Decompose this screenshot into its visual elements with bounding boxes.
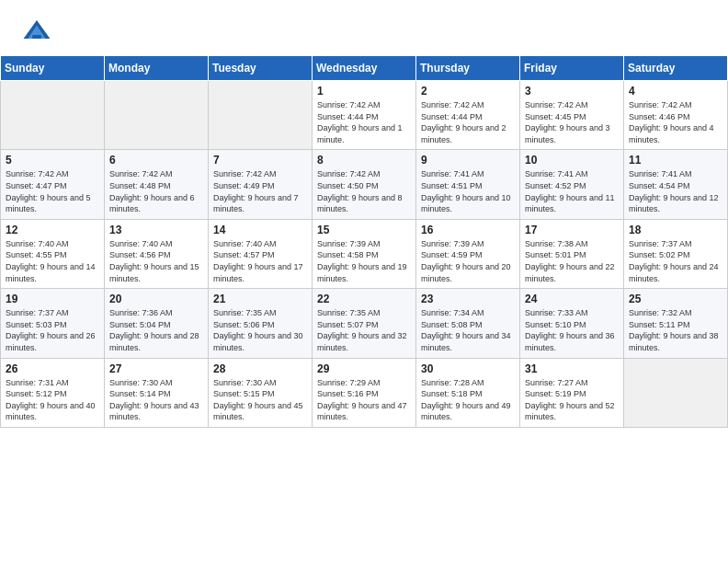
day-number: 18 [629,224,722,236]
calendar-day-23: 23Sunrise: 7:34 AM Sunset: 5:08 PM Dayli… [416,289,520,358]
calendar-empty-cell [209,81,313,150]
calendar-empty-cell [105,81,209,150]
day-info: Sunrise: 7:37 AM Sunset: 5:02 PM Dayligh… [629,238,722,284]
calendar-day-22: 22Sunrise: 7:35 AM Sunset: 5:07 PM Dayli… [313,289,416,358]
day-info: Sunrise: 7:40 AM Sunset: 4:57 PM Dayligh… [213,238,307,284]
day-info: Sunrise: 7:42 AM Sunset: 4:47 PM Dayligh… [6,168,99,214]
day-info: Sunrise: 7:40 AM Sunset: 4:55 PM Dayligh… [6,238,99,284]
calendar-day-27: 27Sunrise: 7:30 AM Sunset: 5:14 PM Dayli… [105,358,209,427]
calendar-day-26: 26Sunrise: 7:31 AM Sunset: 5:12 PM Dayli… [1,358,105,427]
calendar-day-6: 6Sunrise: 7:42 AM Sunset: 4:48 PM Daylig… [105,150,209,219]
day-info: Sunrise: 7:34 AM Sunset: 5:08 PM Dayligh… [421,307,515,353]
day-info: Sunrise: 7:37 AM Sunset: 5:03 PM Dayligh… [6,307,99,353]
calendar-day-1: 1Sunrise: 7:42 AM Sunset: 4:44 PM Daylig… [313,81,416,150]
day-number: 29 [317,362,411,375]
calendar-day-13: 13Sunrise: 7:40 AM Sunset: 4:56 PM Dayli… [105,219,209,288]
calendar-day-25: 25Sunrise: 7:32 AM Sunset: 5:11 PM Dayli… [624,289,728,358]
day-info: Sunrise: 7:29 AM Sunset: 5:16 PM Dayligh… [317,377,411,423]
svg-rect-2 [32,35,41,39]
day-number: 12 [6,224,99,236]
day-info: Sunrise: 7:39 AM Sunset: 4:59 PM Dayligh… [421,238,515,284]
day-info: Sunrise: 7:38 AM Sunset: 5:01 PM Dayligh… [525,238,619,284]
calendar-day-28: 28Sunrise: 7:30 AM Sunset: 5:15 PM Dayli… [209,358,313,427]
calendar-day-29: 29Sunrise: 7:29 AM Sunset: 5:16 PM Dayli… [313,358,416,427]
weekday-header-monday: Monday [105,56,209,81]
day-info: Sunrise: 7:32 AM Sunset: 5:11 PM Dayligh… [629,307,722,353]
calendar-week-row: 26Sunrise: 7:31 AM Sunset: 5:12 PM Dayli… [1,358,728,427]
day-number: 20 [109,293,203,305]
day-number: 16 [421,224,515,236]
day-info: Sunrise: 7:42 AM Sunset: 4:50 PM Dayligh… [317,168,411,214]
calendar-day-17: 17Sunrise: 7:38 AM Sunset: 5:01 PM Dayli… [520,219,624,288]
calendar-day-11: 11Sunrise: 7:41 AM Sunset: 4:54 PM Dayli… [624,150,728,219]
calendar-week-row: 19Sunrise: 7:37 AM Sunset: 5:03 PM Dayli… [1,289,728,358]
day-info: Sunrise: 7:30 AM Sunset: 5:14 PM Dayligh… [109,377,203,423]
calendar-day-10: 10Sunrise: 7:41 AM Sunset: 4:52 PM Dayli… [520,150,624,219]
calendar-day-3: 3Sunrise: 7:42 AM Sunset: 4:45 PM Daylig… [520,81,624,150]
day-number: 21 [213,293,307,305]
weekday-header-tuesday: Tuesday [209,56,313,81]
day-info: Sunrise: 7:42 AM Sunset: 4:44 PM Dayligh… [317,99,411,145]
day-info: Sunrise: 7:42 AM Sunset: 4:44 PM Dayligh… [421,99,515,145]
calendar-week-row: 5Sunrise: 7:42 AM Sunset: 4:47 PM Daylig… [1,150,728,219]
day-number: 8 [317,154,411,167]
page: SundayMondayTuesdayWednesdayThursdayFrid… [0,0,728,563]
day-number: 7 [213,154,307,167]
day-info: Sunrise: 7:30 AM Sunset: 5:15 PM Dayligh… [213,377,307,423]
calendar-day-14: 14Sunrise: 7:40 AM Sunset: 4:57 PM Dayli… [209,219,313,288]
calendar-day-16: 16Sunrise: 7:39 AM Sunset: 4:59 PM Dayli… [416,219,520,288]
day-info: Sunrise: 7:40 AM Sunset: 4:56 PM Dayligh… [109,238,203,284]
day-number: 2 [421,85,515,98]
day-info: Sunrise: 7:33 AM Sunset: 5:10 PM Dayligh… [525,307,619,353]
day-info: Sunrise: 7:39 AM Sunset: 4:58 PM Dayligh… [317,238,411,284]
calendar-day-2: 2Sunrise: 7:42 AM Sunset: 4:44 PM Daylig… [416,81,520,150]
calendar-day-12: 12Sunrise: 7:40 AM Sunset: 4:55 PM Dayli… [1,219,105,288]
weekday-header-saturday: Saturday [624,56,728,81]
day-number: 19 [6,293,99,305]
day-info: Sunrise: 7:41 AM Sunset: 4:52 PM Dayligh… [525,168,619,214]
day-info: Sunrise: 7:42 AM Sunset: 4:46 PM Dayligh… [629,99,722,145]
weekday-header-friday: Friday [520,56,624,81]
calendar-day-7: 7Sunrise: 7:42 AM Sunset: 4:49 PM Daylig… [209,150,313,219]
calendar-day-31: 31Sunrise: 7:27 AM Sunset: 5:19 PM Dayli… [520,358,624,427]
calendar-empty-cell [624,358,728,427]
weekday-header-sunday: Sunday [1,56,105,81]
day-number: 22 [317,293,411,305]
day-number: 30 [421,362,515,375]
calendar-day-19: 19Sunrise: 7:37 AM Sunset: 5:03 PM Dayli… [1,289,105,358]
calendar-day-15: 15Sunrise: 7:39 AM Sunset: 4:58 PM Dayli… [313,219,416,288]
day-info: Sunrise: 7:41 AM Sunset: 4:54 PM Dayligh… [629,168,722,214]
calendar-day-30: 30Sunrise: 7:28 AM Sunset: 5:18 PM Dayli… [416,358,520,427]
calendar-day-5: 5Sunrise: 7:42 AM Sunset: 4:47 PM Daylig… [1,150,105,219]
calendar-header-row: SundayMondayTuesdayWednesdayThursdayFrid… [1,56,728,81]
day-number: 5 [6,154,99,167]
calendar-day-9: 9Sunrise: 7:41 AM Sunset: 4:51 PM Daylig… [416,150,520,219]
day-number: 31 [525,362,619,375]
day-info: Sunrise: 7:27 AM Sunset: 5:19 PM Dayligh… [525,377,619,423]
calendar-empty-cell [1,81,105,150]
day-info: Sunrise: 7:42 AM Sunset: 4:48 PM Dayligh… [109,168,203,214]
day-number: 25 [629,293,722,305]
calendar-day-20: 20Sunrise: 7:36 AM Sunset: 5:04 PM Dayli… [105,289,209,358]
day-info: Sunrise: 7:31 AM Sunset: 5:12 PM Dayligh… [6,377,99,423]
weekday-header-thursday: Thursday [416,56,520,81]
calendar-day-18: 18Sunrise: 7:37 AM Sunset: 5:02 PM Dayli… [624,219,728,288]
day-number: 26 [6,362,99,375]
day-info: Sunrise: 7:42 AM Sunset: 4:49 PM Dayligh… [213,168,307,214]
day-number: 10 [525,154,619,167]
day-info: Sunrise: 7:35 AM Sunset: 5:07 PM Dayligh… [317,307,411,353]
weekday-header-wednesday: Wednesday [313,56,416,81]
logo [22,17,57,46]
day-number: 9 [421,154,515,167]
day-info: Sunrise: 7:42 AM Sunset: 4:45 PM Dayligh… [525,99,619,145]
day-number: 13 [109,224,203,236]
day-number: 23 [421,293,515,305]
day-number: 27 [109,362,203,375]
day-info: Sunrise: 7:28 AM Sunset: 5:18 PM Dayligh… [421,377,515,423]
day-number: 6 [109,154,203,167]
calendar-day-8: 8Sunrise: 7:42 AM Sunset: 4:50 PM Daylig… [313,150,416,219]
day-info: Sunrise: 7:35 AM Sunset: 5:06 PM Dayligh… [213,307,307,353]
day-number: 11 [629,154,722,167]
calendar-week-row: 1Sunrise: 7:42 AM Sunset: 4:44 PM Daylig… [1,81,728,150]
day-number: 24 [525,293,619,305]
